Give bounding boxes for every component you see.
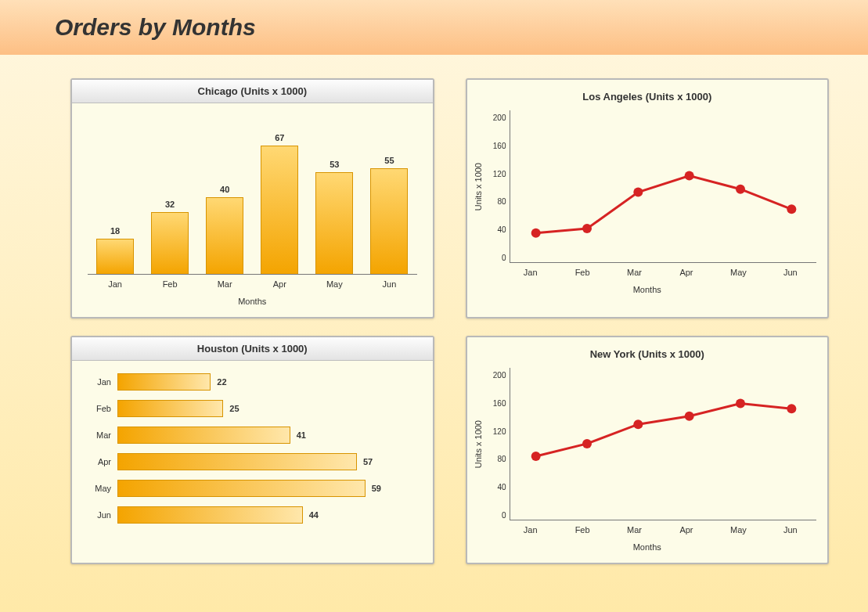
bar bbox=[315, 172, 353, 274]
bar bbox=[370, 168, 408, 274]
panel-los-angeles: Los Angeles (Units x 1000) Units x 1000 … bbox=[466, 78, 830, 319]
x-tick-label: Mar bbox=[207, 279, 243, 289]
y-tick-label: May bbox=[88, 484, 111, 493]
line-series bbox=[535, 404, 791, 456]
panel-title-la: Los Angeles (Units x 1000) bbox=[467, 80, 828, 107]
x-tick-label: May bbox=[316, 279, 352, 289]
data-point bbox=[582, 439, 592, 448]
bar-value-label: 44 bbox=[309, 510, 319, 520]
bar bbox=[261, 146, 298, 274]
x-tick-label: Jun bbox=[371, 279, 407, 289]
panel-chicago: Chicago (Units x 1000) 183240675355 JanF… bbox=[70, 78, 434, 319]
y-tick-label: Jun bbox=[88, 510, 111, 520]
data-point bbox=[736, 399, 745, 409]
x-tick-label: Jun bbox=[765, 525, 816, 535]
y-tick-label: 0 bbox=[484, 511, 506, 520]
y-tick-label: 120 bbox=[484, 170, 506, 178]
y-tick-label: Apr bbox=[88, 457, 111, 466]
bar-value-label: 67 bbox=[275, 133, 284, 142]
x-axis-label: Months bbox=[467, 542, 828, 552]
chart-los-angeles: Units x 1000 20016012080400 JanFebMarApr… bbox=[467, 107, 828, 294]
bar-feb: 32 bbox=[152, 200, 188, 274]
bar-value-label: 41 bbox=[297, 430, 306, 440]
panel-new-york: New York (Units x 1000) Units x 1000 200… bbox=[466, 336, 830, 564]
y-tick-label: Mar bbox=[88, 430, 111, 440]
data-point bbox=[787, 204, 796, 214]
y-tick-label: 160 bbox=[484, 142, 506, 150]
y-tick-label: 0 bbox=[484, 254, 506, 262]
data-point bbox=[633, 419, 643, 429]
chart-new-york: Units x 1000 20016012080400 JanFebMarApr… bbox=[467, 365, 828, 552]
bar-value-label: 59 bbox=[372, 484, 381, 493]
line-plot bbox=[510, 368, 817, 517]
data-point bbox=[736, 185, 745, 194]
bar bbox=[96, 239, 134, 274]
x-axis-label: Months bbox=[72, 297, 433, 306]
chart-houston: Jan22Feb25Mar41Apr57May59Jun44 bbox=[72, 373, 433, 524]
bar-row-may: May59 bbox=[88, 480, 417, 497]
bar bbox=[117, 373, 211, 391]
y-axis-label: Units x 1000 bbox=[474, 420, 483, 468]
dashboard-grid: Chicago (Units x 1000) 183240675355 JanF… bbox=[0, 55, 868, 580]
data-point bbox=[684, 412, 693, 421]
bar-value-label: 53 bbox=[330, 160, 339, 169]
bar-row-feb: Feb25 bbox=[88, 400, 417, 417]
x-tick-label: Jan bbox=[505, 268, 556, 277]
x-tick-label: May bbox=[712, 268, 764, 277]
data-point bbox=[531, 452, 540, 461]
y-tick-label: 40 bbox=[484, 225, 506, 234]
bar-value-label: 25 bbox=[229, 404, 239, 413]
bar bbox=[117, 506, 303, 524]
x-tick-label: Feb bbox=[556, 525, 608, 535]
bar-value-label: 55 bbox=[384, 156, 394, 165]
x-tick-label: Feb bbox=[556, 268, 608, 277]
y-axis-label: Units x 1000 bbox=[474, 163, 483, 211]
bar-jun: 55 bbox=[371, 156, 407, 274]
panel-title-ny: New York (Units x 1000) bbox=[467, 337, 828, 365]
y-tick-label: 200 bbox=[484, 371, 506, 380]
x-tick-label: Apr bbox=[661, 525, 712, 535]
data-point bbox=[787, 404, 796, 413]
y-tick-label: 200 bbox=[484, 113, 506, 122]
y-tick-label: 160 bbox=[484, 399, 506, 408]
line-plot bbox=[510, 110, 817, 259]
panel-houston: Houston (Units x 1000) Jan22Feb25Mar41Ap… bbox=[70, 336, 434, 564]
y-tick-label: 40 bbox=[484, 483, 506, 491]
bar-row-jun: Jun44 bbox=[88, 506, 417, 524]
y-tick-label: 80 bbox=[484, 455, 506, 463]
y-tick-label: Jan bbox=[88, 377, 111, 387]
bar-value-label: 18 bbox=[110, 226, 120, 236]
y-tick-label: Feb bbox=[88, 404, 111, 413]
bar-may: 53 bbox=[316, 160, 352, 274]
x-tick-label: Mar bbox=[608, 268, 660, 277]
page-title: Orders by Months bbox=[55, 14, 868, 41]
bar bbox=[117, 400, 223, 417]
bar-row-mar: Mar41 bbox=[88, 427, 417, 444]
x-tick-label: Mar bbox=[608, 525, 660, 535]
x-tick-label: May bbox=[712, 525, 764, 535]
y-tick-label: 120 bbox=[484, 427, 506, 436]
bar-apr: 67 bbox=[261, 133, 297, 274]
y-tick-label: 80 bbox=[484, 197, 506, 206]
bar bbox=[117, 480, 366, 497]
panel-title-chicago: Chicago (Units x 1000) bbox=[72, 80, 433, 103]
bar-value-label: 32 bbox=[165, 200, 175, 209]
bar-jan: 18 bbox=[97, 226, 133, 274]
chart-chicago: 183240675355 JanFebMarAprMayJun Months bbox=[72, 117, 433, 306]
line-series bbox=[535, 176, 791, 233]
x-tick-label: Jan bbox=[97, 279, 133, 289]
bar bbox=[206, 197, 243, 274]
bar-row-jan: Jan22 bbox=[88, 373, 417, 391]
bar-value-label: 40 bbox=[220, 185, 229, 194]
data-point bbox=[531, 229, 540, 238]
x-tick-label: Jan bbox=[505, 525, 556, 535]
page-header: Orders by Months bbox=[0, 0, 868, 55]
bar bbox=[151, 212, 189, 274]
data-point bbox=[633, 188, 643, 197]
bar-row-apr: Apr57 bbox=[88, 453, 417, 470]
x-axis-label: Months bbox=[467, 285, 828, 294]
x-tick-label: Jun bbox=[765, 268, 816, 277]
bar-mar: 40 bbox=[207, 185, 243, 274]
data-point bbox=[582, 224, 592, 233]
bar-value-label: 22 bbox=[217, 377, 226, 387]
